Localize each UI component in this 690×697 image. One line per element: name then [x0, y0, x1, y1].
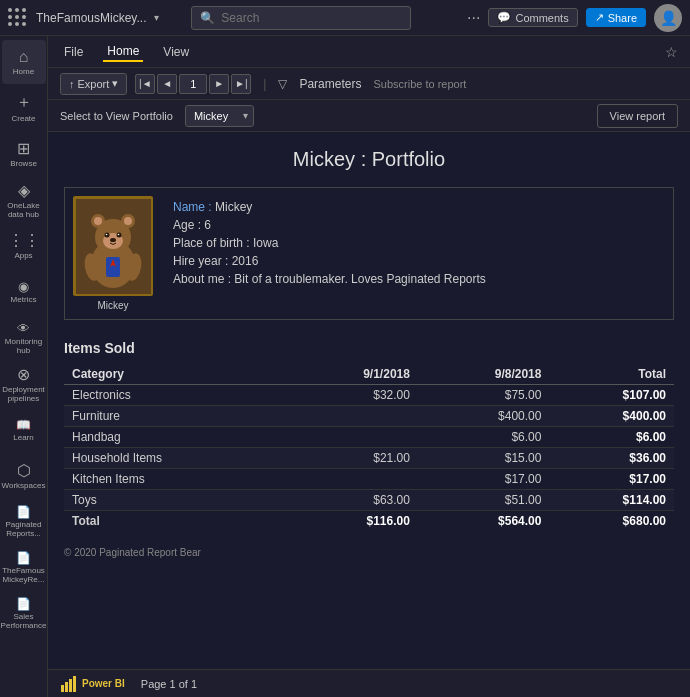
sidebar-label-famousmickey: TheFamousMickeyRe... [2, 567, 45, 585]
apps-menu-button[interactable] [8, 8, 28, 28]
table-row: Furniture $400.00 $400.00 [64, 406, 674, 427]
content-area: File Home View ☆ ↑ Export ▾ |◄ ◄ 1 ► ►| … [48, 36, 690, 697]
cell-category: Kitchen Items [64, 469, 286, 490]
sidebar-label-monitoring: Monitoringhub [5, 338, 42, 356]
svg-point-11 [117, 233, 119, 235]
svg-point-4 [94, 217, 102, 225]
apps-icon: ⋮⋮ [8, 231, 40, 250]
copyright: © 2020 Paginated Report Bear [64, 547, 674, 558]
power-bi-logo: Power BI [60, 675, 125, 693]
sales-icon: 📄 [16, 597, 31, 611]
profile-details: Name : Mickey Age : 6 Place of birth : I… [165, 196, 665, 311]
items-sold-section: Items Sold Category 9/1/2018 9/8/2018 To… [64, 340, 674, 531]
subscribe-button[interactable]: Subscribe to report [373, 78, 466, 90]
cell-date2: $75.00 [418, 385, 550, 406]
sidebar-item-paginated[interactable]: 📄 PaginatedReports... [2, 500, 46, 544]
profile-hireyear-row: Hire year : 2016 [173, 254, 657, 268]
menu-view[interactable]: View [159, 43, 193, 61]
svg-point-12 [110, 238, 116, 242]
sidebar-item-create[interactable]: ＋ Create [2, 86, 46, 130]
svg-rect-17 [61, 685, 64, 692]
page-navigation: |◄ ◄ 1 ► ►| [135, 74, 251, 94]
table-row: Kitchen Items $17.00 $17.00 [64, 469, 674, 490]
cell-category: Handbag [64, 427, 286, 448]
cell-total: $400.00 [549, 406, 674, 427]
items-sold-title: Items Sold [64, 340, 674, 356]
view-report-button[interactable]: View report [597, 104, 678, 128]
paginated-icon: 📄 [16, 505, 31, 519]
profile-name-row: Name : Mickey [173, 200, 657, 214]
export-icon: ↑ [69, 78, 75, 90]
learn-icon: 📖 [16, 418, 31, 432]
cell-total: $107.00 [549, 385, 674, 406]
select-portfolio-label: Select to View Portfolio [60, 110, 173, 122]
search-input[interactable] [221, 11, 402, 25]
svg-point-10 [105, 233, 107, 235]
sidebar-item-onelake[interactable]: ◈ OneLakedata hub [2, 178, 46, 222]
portfolio-dropdown[interactable]: Mickey [185, 105, 254, 127]
sidebar-item-home[interactable]: ⌂ Home [2, 40, 46, 84]
profile-image [73, 196, 153, 296]
sidebar-label-deployment: Deploymentpipelines [2, 386, 45, 404]
profile-name-label: Mickey [97, 300, 128, 311]
sidebar-item-monitoring[interactable]: 👁 Monitoringhub [2, 316, 46, 360]
parameters-button[interactable]: Parameters [295, 75, 365, 93]
create-icon: ＋ [16, 92, 32, 113]
cell-date1: $63.00 [286, 490, 418, 511]
nav-first-button[interactable]: |◄ [135, 74, 155, 94]
sidebar: ⌂ Home ＋ Create ⊞ Browse ◈ OneLakedata h… [0, 36, 48, 697]
menu-file[interactable]: File [60, 43, 87, 61]
deployment-icon: ⊗ [17, 365, 30, 384]
profile-birthplace-row: Place of birth : Iowa [173, 236, 657, 250]
col-header-total: Total [549, 364, 674, 385]
sidebar-item-sales[interactable]: 📄 SalesPerformance [2, 592, 46, 636]
nav-last-button[interactable]: ►| [231, 74, 251, 94]
nav-prev-button[interactable]: ◄ [157, 74, 177, 94]
profile-about-row: About me : Bit of a troublemaker. Loves … [173, 272, 657, 286]
sidebar-label-onelake: OneLakedata hub [7, 202, 39, 220]
sidebar-item-browse[interactable]: ⊞ Browse [2, 132, 46, 176]
cell-total: $36.00 [549, 448, 674, 469]
export-button[interactable]: ↑ Export ▾ [60, 73, 127, 95]
page-number-input[interactable]: 1 [179, 74, 207, 94]
col-header-date2: 9/8/2018 [418, 364, 550, 385]
menu-home[interactable]: Home [103, 42, 143, 62]
nav-next-button[interactable]: ► [209, 74, 229, 94]
sidebar-item-workspaces[interactable]: ⬡ Workspaces [2, 454, 46, 498]
cell-category: Electronics [64, 385, 286, 406]
sidebar-label-paginated: PaginatedReports... [5, 521, 41, 539]
select-row: Select to View Portfolio Mickey ▾ View r… [48, 100, 690, 132]
report-area: Mickey : Portfolio [48, 132, 690, 669]
ellipsis-icon[interactable]: ··· [467, 9, 480, 27]
sidebar-item-deployment[interactable]: ⊗ Deploymentpipelines [2, 362, 46, 406]
search-box[interactable]: 🔍 [191, 6, 411, 30]
app-title: TheFamousMickey... [36, 11, 146, 25]
sidebar-item-metrics[interactable]: ◉ Metrics [2, 270, 46, 314]
dropdown-arrow-icon[interactable]: ▾ [154, 12, 159, 23]
bear-illustration [76, 199, 151, 294]
cell-date1: $21.00 [286, 448, 418, 469]
star-icon[interactable]: ☆ [665, 44, 678, 60]
sidebar-label-create: Create [11, 115, 35, 124]
sidebar-item-famousmickey[interactable]: 📄 TheFamousMickeyRe... [2, 546, 46, 590]
sidebar-item-apps[interactable]: ⋮⋮ Apps [2, 224, 46, 268]
menu-bar: File Home View ☆ [48, 36, 690, 68]
top-bar: TheFamousMickey... ▾ 🔍 ··· 💬 Comments ↗ … [0, 0, 690, 36]
svg-point-6 [124, 217, 132, 225]
cell-date1 [286, 427, 418, 448]
sidebar-item-learn[interactable]: 📖 Learn [2, 408, 46, 452]
toolbar: ↑ Export ▾ |◄ ◄ 1 ► ►| | ▽ Parameters Su… [48, 68, 690, 100]
items-sold-table: Category 9/1/2018 9/8/2018 Total Electro… [64, 364, 674, 531]
browse-icon: ⊞ [17, 139, 30, 158]
power-bi-icon [60, 675, 78, 693]
total-grand: $680.00 [549, 511, 674, 532]
name-label-text: Name : [173, 200, 215, 214]
menu-right: ☆ [665, 44, 678, 60]
monitoring-icon: 👁 [17, 321, 30, 336]
avatar[interactable]: 👤 [654, 4, 682, 32]
filter-icon: ▽ [278, 77, 287, 91]
comments-button[interactable]: 💬 Comments [488, 8, 577, 27]
share-icon: ↗ [595, 11, 604, 24]
cell-category: Toys [64, 490, 286, 511]
share-button[interactable]: ↗ Share [586, 8, 646, 27]
